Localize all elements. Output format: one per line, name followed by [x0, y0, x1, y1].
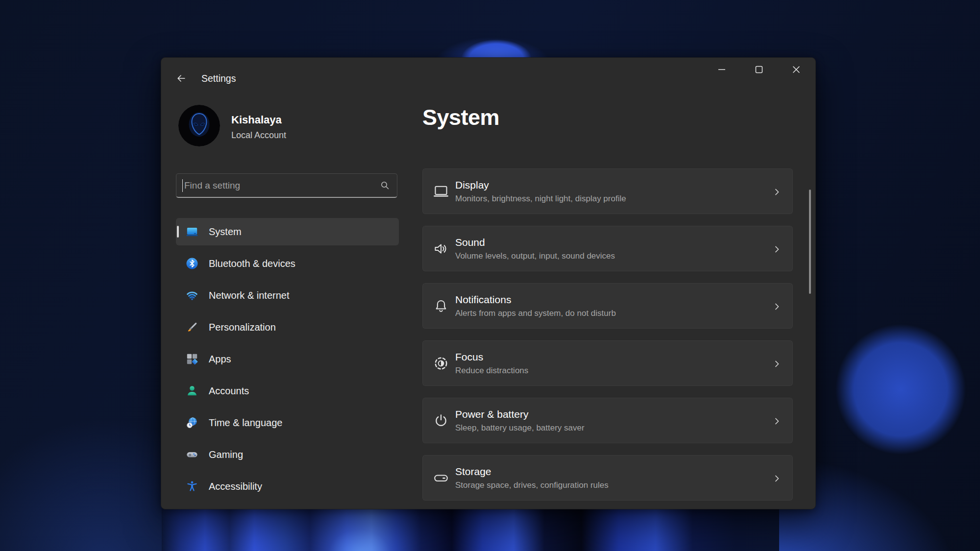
- gaming-icon: [186, 448, 198, 461]
- search-input[interactable]: [176, 173, 397, 198]
- maximize-icon: [754, 64, 764, 77]
- back-icon: [176, 73, 187, 86]
- sidebar-item-time-language[interactable]: Time & language: [176, 409, 399, 436]
- minimize-icon: [716, 64, 727, 77]
- sidebar-item-system[interactable]: System: [176, 218, 399, 245]
- sidebar-nav: System Bluetooth & devices Network & int…: [176, 218, 399, 504]
- time-language-icon: [186, 416, 198, 429]
- personalization-icon: [186, 321, 198, 334]
- accessibility-icon: [186, 480, 198, 493]
- bluetooth-icon: [186, 257, 198, 270]
- window-title: Settings: [201, 73, 236, 84]
- chevron-right-icon: [771, 301, 783, 312]
- card-storage[interactable]: Storage Storage space, drives, configura…: [422, 455, 793, 501]
- power-icon: [433, 412, 449, 429]
- user-name: Kishalaya: [231, 114, 282, 126]
- text-cursor: [182, 179, 183, 192]
- sidebar-item-accessibility[interactable]: Accessibility: [176, 473, 399, 500]
- desktop-wallpaper: Settings Kishalaya Local Account: [0, 0, 980, 551]
- system-icon: [186, 225, 198, 238]
- search-box: [176, 173, 397, 198]
- scrollbar-thumb[interactable]: [809, 190, 811, 294]
- close-button[interactable]: [781, 60, 811, 81]
- wallpaper-bloom-petals: [162, 507, 779, 551]
- card-display[interactable]: Display Monitors, brightness, night ligh…: [422, 168, 793, 214]
- display-icon: [433, 183, 449, 200]
- network-icon: [186, 289, 198, 302]
- close-icon: [791, 64, 802, 77]
- minimize-button[interactable]: [707, 60, 737, 81]
- page-title: System: [422, 105, 499, 130]
- chevron-right-icon: [771, 358, 783, 370]
- card-focus[interactable]: Focus Reduce distractions: [422, 340, 793, 386]
- accounts-icon: [186, 384, 198, 397]
- window-controls: [707, 60, 811, 81]
- apps-icon: [186, 353, 198, 365]
- chevron-right-icon: [771, 186, 783, 198]
- sidebar-item-apps[interactable]: Apps: [176, 345, 399, 373]
- maximize-button[interactable]: [744, 60, 774, 81]
- settings-window: Settings Kishalaya Local Account: [161, 57, 816, 509]
- sidebar-item-gaming[interactable]: Gaming: [176, 441, 399, 468]
- focus-icon: [433, 355, 449, 372]
- sidebar-item-network-internet[interactable]: Network & internet: [176, 282, 399, 309]
- sidebar-item-personalization[interactable]: Personalization: [176, 313, 399, 341]
- chevron-right-icon: [771, 415, 783, 427]
- settings-cards: Display Monitors, brightness, night ligh…: [422, 168, 793, 512]
- sidebar-item-accounts[interactable]: Accounts: [176, 377, 399, 405]
- notifications-icon: [433, 298, 449, 314]
- selected-indicator: [177, 226, 179, 238]
- avatar[interactable]: [178, 105, 220, 146]
- sound-icon: [433, 240, 449, 257]
- sidebar-item-bluetooth-devices[interactable]: Bluetooth & devices: [176, 250, 399, 277]
- card-sound[interactable]: Sound Volume levels, output, input, soun…: [422, 226, 793, 271]
- back-button[interactable]: [173, 72, 190, 87]
- search-icon: [380, 180, 391, 191]
- chevron-right-icon: [771, 243, 783, 255]
- card-notifications[interactable]: Notifications Alerts from apps and syste…: [422, 283, 793, 329]
- storage-icon: [433, 470, 449, 486]
- user-account-type: Local Account: [231, 130, 286, 141]
- card-power-battery[interactable]: Power & battery Sleep, battery usage, ba…: [422, 398, 793, 443]
- chevron-right-icon: [771, 473, 783, 484]
